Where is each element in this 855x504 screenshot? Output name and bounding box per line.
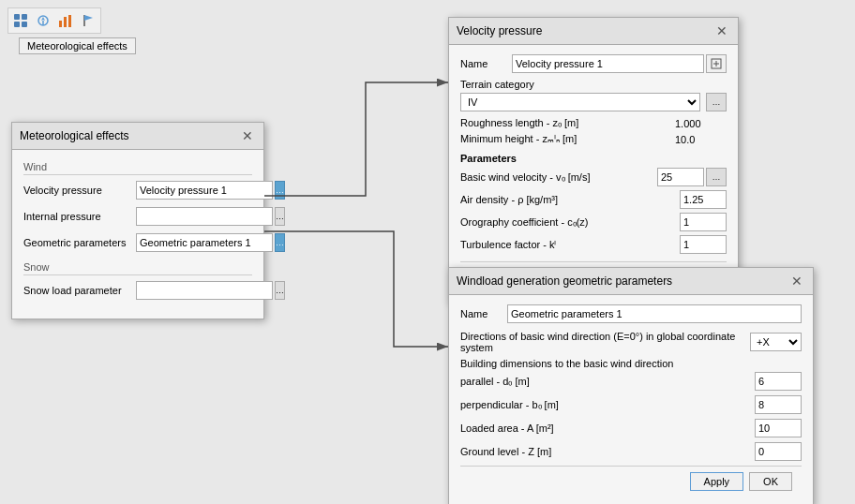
meteo-dialog-title: Meteorological effects ✕ xyxy=(12,123,263,150)
orography-input[interactable] xyxy=(680,213,727,231)
params-label: Parameters xyxy=(460,153,727,164)
toolbar-icon-group xyxy=(8,7,101,34)
meteo-content: Wind Velocity pressure … Internal pressu… xyxy=(12,150,263,319)
wl-direction-row: Directions of basic wind direction (E=0°… xyxy=(460,331,802,353)
air-density-label: Air density - ρ [kg/m³] xyxy=(460,194,680,205)
windload-ok-button[interactable]: OK xyxy=(749,472,792,491)
wl-building-label: Building dimensions to the basic wind di… xyxy=(460,358,802,369)
svg-rect-8 xyxy=(68,15,71,27)
meteo-dialog: Meteorological effects ✕ Wind Velocity p… xyxy=(11,122,264,319)
wl-direction-select[interactable]: +X -X +Y -Y xyxy=(750,333,802,351)
wl-ground-label: Ground level - Z [m] xyxy=(460,446,755,457)
snow-section-label: Snow xyxy=(23,261,252,275)
vp-name-label: Name xyxy=(460,58,512,69)
vp-edit-button[interactable] xyxy=(706,54,727,73)
toolbar xyxy=(8,7,101,34)
wl-perpendicular-row: perpendicular - b₀ [m] xyxy=(460,395,802,414)
snow-load-label: Snow load parameter xyxy=(23,285,136,296)
basic-wind-row: Basic wind velocity - v₀ [m/s] … xyxy=(460,168,727,186)
internal-pressure-label: Internal pressure xyxy=(23,211,136,222)
roughness-value: 1.000 xyxy=(675,118,727,129)
basic-wind-input[interactable] xyxy=(657,168,704,186)
roughness-row: Roughness length - z₀ [m] 1.000 xyxy=(460,117,727,129)
orography-row: Orography coefficient - c₀(z) xyxy=(460,213,727,231)
internal-pressure-input[interactable] xyxy=(136,207,273,226)
wl-name-input[interactable] xyxy=(507,304,802,323)
wind-icon[interactable] xyxy=(33,10,53,31)
windload-footer: Apply OK xyxy=(460,466,802,497)
air-density-input[interactable] xyxy=(680,190,727,209)
windload-apply-button[interactable]: Apply xyxy=(690,472,744,491)
svg-rect-3 xyxy=(22,22,27,27)
terrain-select[interactable]: IV I II III xyxy=(460,93,700,111)
turbulence-row: Turbulence factor - kᴵ xyxy=(460,235,727,254)
chart-icon[interactable] xyxy=(55,10,76,31)
velocity-pressure-label: Velocity pressure xyxy=(23,185,136,196)
basic-wind-btn[interactable]: … xyxy=(706,168,727,186)
orography-label: Orography coefficient - c₀(z) xyxy=(460,216,680,229)
svg-rect-1 xyxy=(22,14,27,20)
snow-load-input[interactable] xyxy=(136,281,273,300)
grid-icon[interactable] xyxy=(10,10,31,31)
terrain-select-row: IV I II III … xyxy=(460,93,727,111)
windload-close-button[interactable]: ✕ xyxy=(788,273,805,289)
geometric-parameters-input[interactable] xyxy=(136,233,273,252)
windload-dialog: Windload generation geometric parameters… xyxy=(448,267,814,504)
basic-wind-label: Basic wind velocity - v₀ [m/s] xyxy=(460,171,657,184)
wl-perpendicular-input[interactable] xyxy=(755,395,802,414)
meteorological-effects-button[interactable]: Meteorological effects xyxy=(19,37,136,54)
flag-icon[interactable] xyxy=(78,10,98,31)
min-height-value: 10.0 xyxy=(675,134,727,145)
wind-section-label: Wind xyxy=(23,161,252,175)
svg-rect-0 xyxy=(14,14,20,20)
wl-area-label: Loaded area - A [m²] xyxy=(460,422,755,434)
velocity-pressure-row: Velocity pressure … xyxy=(23,181,252,200)
wl-name-row: Name xyxy=(460,304,802,323)
velocity-dialog-title: Velocity pressure ✕ xyxy=(449,18,738,45)
wl-parallel-row: parallel - d₀ [m] xyxy=(460,372,802,391)
wl-ground-row: Ground level - Z [m] xyxy=(460,442,802,461)
velocity-pressure-btn[interactable]: … xyxy=(275,181,285,200)
vp-name-row: Name xyxy=(460,54,727,73)
air-density-row: Air density - ρ [kg/m³] xyxy=(460,190,727,209)
wl-parallel-input[interactable] xyxy=(755,372,802,391)
vp-name-input[interactable] xyxy=(512,54,704,73)
svg-rect-7 xyxy=(64,17,67,27)
wl-parallel-label: parallel - d₀ [m] xyxy=(460,376,755,388)
terrain-label: Terrain category xyxy=(460,79,727,90)
geometric-parameters-btn[interactable]: … xyxy=(275,233,285,252)
svg-rect-6 xyxy=(59,21,62,27)
turbulence-label: Turbulence factor - kᴵ xyxy=(460,239,680,251)
windload-dialog-title: Windload generation geometric parameters… xyxy=(449,268,813,295)
snow-section: Snow Snow load parameter … xyxy=(23,261,252,300)
geometric-parameters-label: Geometric parameters xyxy=(23,237,136,248)
windload-content: Name Directions of basic wind direction … xyxy=(449,295,813,504)
snow-load-btn[interactable]: … xyxy=(275,281,285,300)
min-height-label: Minimum height - zₘᴵₙ [m] xyxy=(460,133,675,145)
wl-area-input[interactable] xyxy=(755,419,802,437)
wl-perpendicular-label: perpendicular - b₀ [m] xyxy=(460,399,755,411)
wl-direction-label: Directions of basic wind direction (E=0°… xyxy=(460,331,750,353)
wl-ground-input[interactable] xyxy=(755,442,802,461)
snow-load-row: Snow load parameter … xyxy=(23,281,252,300)
turbulence-input[interactable] xyxy=(680,235,727,254)
roughness-label: Roughness length - z₀ [m] xyxy=(460,117,675,129)
velocity-pressure-input[interactable] xyxy=(136,181,273,200)
wl-name-label: Name xyxy=(460,308,507,319)
velocity-content: Name Terrain category IV I II III xyxy=(449,45,738,302)
min-height-row: Minimum height - zₘᴵₙ [m] 10.0 xyxy=(460,133,727,145)
velocity-close-button[interactable]: ✕ xyxy=(713,22,730,39)
internal-pressure-btn[interactable]: … xyxy=(275,207,285,226)
meteo-close-button[interactable]: ✕ xyxy=(239,127,256,144)
wl-area-row: Loaded area - A [m²] xyxy=(460,419,802,437)
params-section: Parameters Basic wind velocity - v₀ [m/s… xyxy=(460,153,727,254)
svg-rect-2 xyxy=(14,22,20,27)
velocity-dialog: Velocity pressure ✕ Name Terrain categor… xyxy=(448,17,739,303)
terrain-row: Terrain category IV I II III … xyxy=(460,79,727,111)
terrain-more-btn[interactable]: … xyxy=(706,93,727,111)
geometric-parameters-row: Geometric parameters … xyxy=(23,233,252,252)
internal-pressure-row: Internal pressure … xyxy=(23,207,252,226)
